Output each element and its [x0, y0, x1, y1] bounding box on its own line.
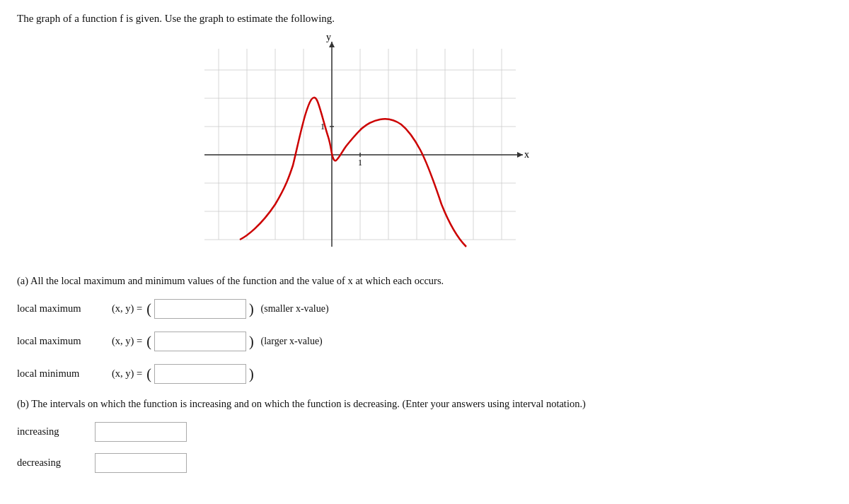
close-paren-1: ) — [249, 302, 254, 316]
close-paren-3: ) — [249, 367, 254, 381]
open-paren-3: ( — [146, 367, 151, 381]
part-b-section: (b) The intervals on which the function … — [17, 397, 689, 473]
decreasing-row: decreasing — [17, 453, 689, 473]
graph-area: x y 1 1 — [17, 35, 689, 261]
function-graph: x y 1 1 — [176, 35, 530, 261]
x-axis-arrow — [517, 152, 523, 158]
increasing-label: increasing — [17, 426, 88, 438]
local-min-row: local minimum (x, y) = ( ) — [17, 364, 689, 384]
function-curve — [240, 98, 466, 247]
y-axis-label: y — [326, 35, 331, 42]
y-axis-arrow — [329, 42, 335, 47]
local-max-large-eq: (x, y) = — [112, 335, 142, 347]
local-max-large-label: local maximum — [17, 335, 109, 347]
increasing-row: increasing — [17, 422, 689, 442]
local-max-large-hint: (larger x-value) — [261, 336, 323, 347]
local-min-eq: (x, y) = — [112, 368, 142, 380]
local-max-large-input[interactable] — [154, 332, 246, 351]
close-paren-2: ) — [249, 334, 254, 348]
graph-container: x y 1 1 — [176, 35, 530, 261]
local-max-small-eq: (x, y) = — [112, 303, 142, 315]
decreasing-label: decreasing — [17, 457, 88, 469]
local-max-small-row: local maximum (x, y) = ( ) (smaller x-va… — [17, 299, 689, 319]
x-axis-label: x — [524, 149, 529, 160]
local-min-input[interactable] — [154, 364, 246, 384]
intro-text: The graph of a function f is given. Use … — [17, 13, 689, 25]
part-b-label: (b) The intervals on which the function … — [17, 397, 689, 412]
decreasing-input[interactable] — [95, 453, 187, 473]
part-a-label: (a) All the local maximum and minimum va… — [17, 274, 689, 289]
local-max-small-label: local maximum — [17, 303, 109, 315]
local-max-small-input[interactable] — [154, 299, 246, 319]
local-max-large-row: local maximum (x, y) = ( ) (larger x-val… — [17, 332, 689, 351]
increasing-input[interactable] — [95, 422, 187, 442]
x-tick-1: 1 — [358, 158, 362, 168]
open-paren-2: ( — [146, 334, 151, 348]
local-max-small-hint: (smaller x-value) — [261, 303, 329, 315]
open-paren-1: ( — [146, 302, 151, 316]
local-min-label: local minimum — [17, 368, 109, 380]
